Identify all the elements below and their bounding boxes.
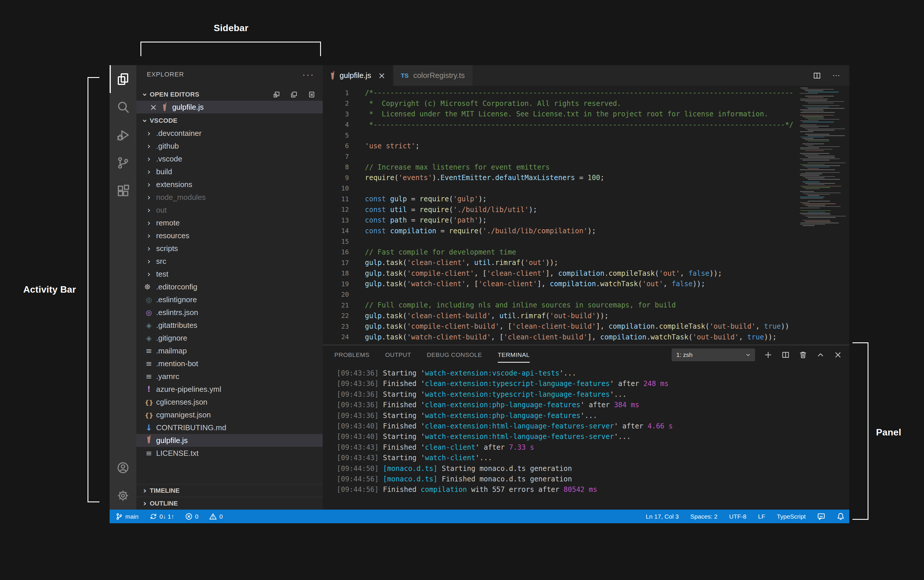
terminal-line: [09:44:50] [monaco.d.ts] Starting monaco… [337, 465, 849, 475]
close-icon[interactable]: × [378, 71, 385, 81]
code-editor[interactable]: 1 /*------------------------------------… [323, 86, 849, 345]
extensions-icon [116, 184, 130, 198]
status-item[interactable]: UTF-8 [729, 513, 746, 520]
new-terminal-icon[interactable] [764, 351, 773, 359]
tree-item-LICENSE.txt[interactable]: ≡LICENSE.txt [136, 447, 323, 460]
line-number: 4 [323, 121, 349, 128]
annotation-panel-label: Panel [876, 427, 901, 438]
split-terminal-icon[interactable] [781, 351, 790, 359]
close-panel-icon[interactable] [834, 351, 842, 359]
close-all-icon[interactable] [307, 91, 315, 98]
error-icon [185, 513, 192, 520]
status-bell[interactable] [837, 512, 845, 521]
chevron-right-icon: › [144, 244, 154, 253]
typescript-icon: TS [401, 72, 409, 79]
sidebar-section-outline[interactable]: ›OUTLINE [136, 497, 323, 509]
tree-item-label: build [156, 167, 172, 176]
tree-item-resources[interactable]: ›resources [136, 229, 323, 242]
status-feedback[interactable] [817, 512, 825, 521]
tree-item-gulpfile.js[interactable]: gulpfile.js [136, 434, 323, 447]
code-line: 25 [323, 342, 849, 345]
status-item[interactable]: Spaces: 2 [690, 513, 717, 520]
tree-item-.vscode[interactable]: ›.vscode [136, 152, 323, 165]
terminal-output[interactable]: [09:43:36] Starting 'watch-extension:vsc… [323, 364, 849, 496]
section-label: OUTLINE [150, 500, 178, 507]
tree-item-extensions[interactable]: ›extensions [136, 178, 323, 191]
maximize-panel-icon[interactable] [816, 351, 825, 359]
workspace-section-header[interactable]: › VSCODE [136, 115, 323, 127]
tree-item-src[interactable]: ›src [136, 255, 323, 268]
tree-item-.gitattributes[interactable]: ◈.gitattributes [136, 319, 323, 331]
azure-pipelines-icon: ! [147, 385, 151, 394]
tree-item-.github[interactable]: ›.github [136, 140, 323, 152]
terminal-line: [09:43:36] Finished 'clean-extension:php… [337, 401, 849, 411]
tree-item-out[interactable]: ›out [136, 204, 323, 216]
tree-item-scripts[interactable]: ›scripts [136, 242, 323, 255]
tree-item-.yarnrc[interactable]: ≡.yarnrc [136, 370, 323, 383]
tab-colorRegistry.ts[interactable]: TScolorRegistry.ts [393, 65, 473, 86]
status-item[interactable]: TypeScript [777, 513, 806, 520]
code-line: 24 gulp.task('watch-client-build', ['cle… [323, 332, 849, 343]
activity-bar-item-search[interactable] [110, 93, 136, 121]
panel-tab-output[interactable]: OUTPUT [385, 345, 411, 364]
tree-item-.eslintrs.json[interactable]: ◎.eslintrs.json [136, 306, 323, 319]
tree-item-.eslintignore[interactable]: ◎.eslintignore [136, 293, 323, 306]
tree-item-node_modules[interactable]: ›node_modules [136, 191, 323, 204]
explorer-more-icon[interactable]: ··· [303, 73, 315, 76]
sidebar-section-timeline[interactable]: ›TIMELINE [136, 484, 323, 497]
terminal-line: [09:43:36] Starting 'watch-extension:typ… [337, 391, 849, 401]
panel-tab-problems[interactable]: PROBLEMS [334, 345, 370, 364]
activity-bar-item-run-debug[interactable] [110, 121, 136, 149]
status-label: 0↓ 1↑ [159, 513, 174, 520]
tree-item-test[interactable]: ›test [136, 268, 323, 280]
panel-tab-debug-console[interactable]: DEBUG CONSOLE [427, 345, 482, 364]
terminal-shell-select[interactable]: 1: zsh [672, 348, 755, 361]
activity-bar-item-source-control[interactable] [110, 149, 136, 177]
gulp-icon [146, 435, 151, 443]
gulp-icon [162, 103, 167, 111]
more-actions-icon[interactable] [832, 71, 840, 80]
tree-item-remote[interactable]: ›remote [136, 216, 323, 229]
text-file-icon: ≡ [146, 359, 152, 368]
tree-item-build[interactable]: ›build [136, 165, 323, 178]
code-line: 17 gulp.task('clean-client', util.rimraf… [323, 257, 849, 268]
minimap[interactable] [797, 86, 849, 224]
status-sync[interactable]: 0↓ 1↑ [150, 513, 174, 520]
tree-item-label: remote [156, 218, 180, 227]
panel-tab-terminal[interactable]: TERMINAL [498, 345, 530, 364]
tree-item-cglicenses.json[interactable]: {}cglicenses.json [136, 395, 323, 409]
tree-item-cgmanigest.json[interactable]: {}cgmanigest.json [136, 409, 323, 421]
activity-bar-item-account[interactable] [110, 454, 136, 482]
chevron-right-icon: › [144, 231, 154, 241]
tree-item-CONTRIBUTING.md[interactable]: ↓CONTRIBUTING.md [136, 421, 323, 434]
tab-gulpfile.js[interactable]: gulpfile.js × [323, 65, 393, 86]
open-editors-section-header[interactable]: › OPEN EDITORS [136, 89, 323, 101]
tree-item-.mention-bot[interactable]: ≡.mention-bot [136, 357, 323, 370]
tree-item-.mailmap[interactable]: ≡.mailmap [136, 344, 323, 357]
terminal-line: [09:43:40] Starting 'watch-extension:htm… [337, 433, 849, 443]
sync-icon [150, 513, 157, 520]
kill-terminal-icon[interactable] [799, 351, 807, 359]
tree-item-.gitignore[interactable]: ◈.gitignore [136, 331, 323, 344]
open-editor-item[interactable]: × gulpfile.js [136, 101, 323, 114]
activity-bar-item-explorer[interactable] [110, 65, 136, 93]
status-branch[interactable]: main [115, 513, 139, 520]
toggle-layout-icon[interactable] [273, 91, 280, 98]
close-icon[interactable]: × [150, 102, 157, 112]
tree-item-.editorconfig[interactable]: .editorconfig [136, 280, 323, 293]
json-icon: {} [145, 412, 153, 419]
status-item[interactable]: Ln 17, Col 3 [646, 513, 679, 520]
code-line: 20 [323, 289, 849, 300]
code-line: 4 *-------------------------------------… [323, 120, 849, 130]
activity-bar-item-extensions[interactable] [110, 177, 136, 205]
chevron-right-icon: › [144, 180, 154, 189]
activity-bar-item-settings[interactable] [110, 482, 136, 509]
split-editor-icon[interactable] [813, 71, 821, 80]
status-item[interactable]: LF [758, 513, 765, 520]
save-all-icon[interactable] [290, 91, 298, 98]
tree-item-label: .mention-bot [156, 359, 198, 368]
status-error[interactable]: 0 [185, 513, 199, 520]
tree-item-.devcontainer[interactable]: ›.devcontainer [136, 127, 323, 140]
tree-item-azure-pipelines.yml[interactable]: !azure-pipelines.yml [136, 383, 323, 395]
status-warning[interactable]: 0 [209, 513, 223, 520]
